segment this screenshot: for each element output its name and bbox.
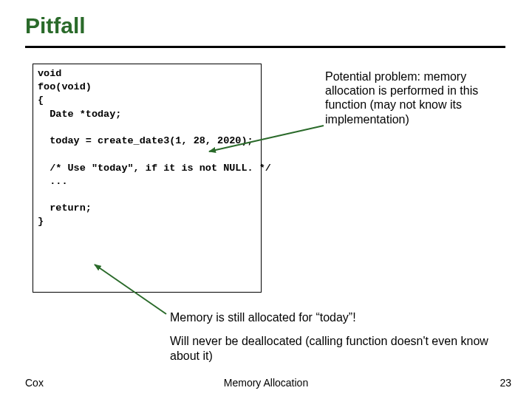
annotation-top: Potential problem: memory allocation is … [325, 69, 510, 126]
footer-topic: Memory Allocation [0, 377, 532, 389]
slide-title: Pitfall [25, 13, 86, 38]
annotation-bottom-line2: Will never be deallocated (calling funct… [170, 334, 517, 364]
annotation-bottom: Memory is still allocated for “today”! W… [170, 310, 517, 372]
title-underline [25, 46, 505, 48]
slide: Pitfall void foo(void) { Date *today; to… [0, 0, 532, 399]
code-block: void foo(void) { Date *today; today = cr… [33, 64, 262, 293]
footer-page-number: 23 [499, 377, 511, 389]
annotation-bottom-line1: Memory is still allocated for “today”! [170, 310, 517, 325]
